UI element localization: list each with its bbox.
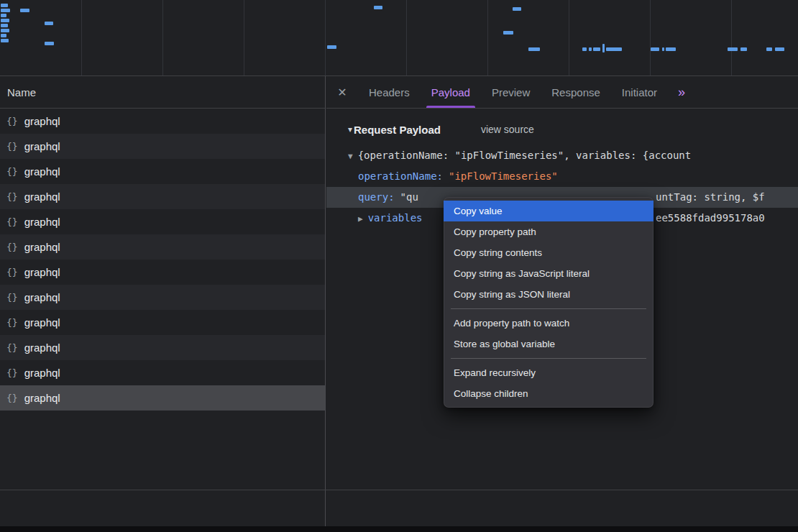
json-icon: {} bbox=[6, 317, 18, 328]
json-icon: {} bbox=[6, 216, 18, 227]
request-timing-bar bbox=[766, 47, 772, 51]
json-icon: {} bbox=[6, 242, 18, 252]
request-timing-bar bbox=[1, 4, 8, 7]
request-name: graphql bbox=[24, 266, 60, 278]
request-row[interactable]: {}graphql bbox=[0, 134, 325, 159]
tab-preview[interactable]: Preview bbox=[481, 76, 541, 108]
request-timing-bar bbox=[20, 9, 29, 12]
request-timing-bar bbox=[593, 47, 600, 51]
timeline-gridline bbox=[406, 0, 407, 75]
request-timing-bar bbox=[45, 22, 53, 25]
request-row[interactable]: {}graphql bbox=[0, 385, 325, 411]
timeline-gridline bbox=[81, 0, 82, 75]
tab-response[interactable]: Response bbox=[541, 76, 611, 108]
request-name: graphql bbox=[24, 316, 60, 329]
json-icon: {} bbox=[6, 367, 18, 378]
network-overview-timeline[interactable] bbox=[0, 0, 798, 76]
tree-root-line[interactable]: ▼{operationName: "ipFlowTimeseries", var… bbox=[326, 145, 798, 166]
view-source-link[interactable]: view source bbox=[481, 124, 534, 135]
property-value-left: "qu bbox=[400, 191, 418, 203]
timeline-gridline bbox=[325, 0, 326, 75]
request-name: graphql bbox=[24, 115, 60, 127]
timeline-gridline bbox=[244, 0, 244, 75]
request-timing-bar bbox=[374, 6, 382, 9]
expander-closed-icon[interactable]: ▶ bbox=[358, 208, 363, 229]
json-icon: {} bbox=[6, 393, 18, 403]
menu-item-store-as-global-variable[interactable]: Store as global variable bbox=[444, 334, 653, 354]
request-payload-section-header[interactable]: ▾ Request Payload view source bbox=[326, 118, 798, 141]
request-row[interactable]: {}graphql bbox=[0, 159, 325, 184]
window-bottom-edge bbox=[0, 526, 798, 532]
json-icon: {} bbox=[6, 342, 18, 353]
menu-item-copy-value[interactable]: Copy value bbox=[444, 201, 653, 221]
request-timing-bar bbox=[1, 39, 9, 42]
request-timing-bar bbox=[775, 47, 784, 51]
tab-initiator[interactable]: Initiator bbox=[611, 76, 668, 108]
request-row[interactable]: {}graphql bbox=[0, 234, 325, 260]
request-row[interactable]: {}graphql bbox=[0, 260, 325, 285]
more-tabs-icon[interactable]: » bbox=[678, 85, 685, 100]
request-timing-bar bbox=[582, 47, 587, 51]
request-name: graphql bbox=[24, 165, 60, 178]
menu-item-expand-recursively[interactable]: Expand recursively bbox=[444, 362, 653, 383]
request-timing-bar bbox=[728, 47, 738, 51]
menu-item-add-property-path-to-watch[interactable]: Add property path to watch bbox=[444, 313, 653, 334]
request-timing-bar bbox=[740, 47, 747, 51]
devtools-network-panel: Name {}graphql{}graphql{}graphql{}graphq… bbox=[0, 0, 798, 532]
column-header-name: Name bbox=[0, 76, 325, 109]
column-header-name-label: Name bbox=[7, 86, 36, 98]
request-timing-bar bbox=[1, 29, 9, 32]
request-row[interactable]: {}graphql bbox=[0, 360, 325, 385]
property-key: query: bbox=[358, 191, 395, 203]
request-row[interactable]: {}graphql bbox=[0, 285, 325, 310]
menu-item-collapse-children[interactable]: Collapse children bbox=[444, 383, 653, 404]
property-value-right: untTag: string, $f bbox=[656, 187, 765, 208]
menu-separator bbox=[451, 308, 646, 309]
request-timing-bar bbox=[651, 47, 659, 51]
timeline-gridline bbox=[162, 0, 163, 75]
request-row[interactable]: {}graphql bbox=[0, 310, 325, 335]
json-icon: {} bbox=[6, 292, 18, 303]
request-name: graphql bbox=[24, 341, 60, 354]
section-expander-icon[interactable]: ▾ bbox=[348, 124, 352, 134]
menu-item-copy-string-contents[interactable]: Copy string contents bbox=[444, 242, 653, 263]
json-icon: {} bbox=[6, 191, 18, 202]
request-name: graphql bbox=[24, 392, 60, 404]
timeline-gridline bbox=[569, 0, 569, 75]
tree-line-operationname[interactable]: operationName:"ipFlowTimeseries" bbox=[326, 166, 798, 187]
tab-payload[interactable]: Payload bbox=[421, 76, 481, 108]
property-key: variables bbox=[368, 212, 423, 224]
payload-preview-text: {operationName: "ipFlowTimeseries", vari… bbox=[358, 150, 692, 161]
request-timing-bar bbox=[662, 47, 664, 51]
request-name: graphql bbox=[24, 367, 60, 379]
request-name: graphql bbox=[24, 241, 60, 253]
request-name: graphql bbox=[24, 291, 60, 303]
request-row[interactable]: {}graphql bbox=[0, 109, 325, 134]
property-key: operationName: bbox=[358, 170, 443, 182]
expander-open-icon[interactable]: ▼ bbox=[348, 146, 353, 166]
request-timing-bar bbox=[1, 14, 6, 17]
menu-item-copy-string-as-javascript-literal[interactable]: Copy string as JavaScript literal bbox=[444, 263, 653, 284]
tab-headers[interactable]: Headers bbox=[358, 76, 421, 108]
request-timing-bar bbox=[602, 44, 605, 52]
timeline-gridline bbox=[731, 0, 732, 75]
property-value: "ipFlowTimeseries" bbox=[449, 170, 558, 182]
menu-item-copy-property-path[interactable]: Copy property path bbox=[444, 221, 653, 242]
close-icon[interactable]: ✕ bbox=[326, 86, 358, 99]
property-value-right: ee5588fdad995178a0 bbox=[656, 208, 765, 229]
request-timing-bar bbox=[45, 42, 54, 45]
request-timing-bar bbox=[503, 31, 513, 35]
menu-item-copy-string-as-json-literal[interactable]: Copy string as JSON literal bbox=[444, 284, 653, 305]
request-timing-bar bbox=[1, 24, 8, 27]
tab-strip: HeadersPayloadPreviewResponseInitiator bbox=[358, 76, 668, 108]
json-icon: {} bbox=[6, 116, 18, 127]
request-row[interactable]: {}graphql bbox=[0, 335, 325, 360]
request-timing-bar bbox=[666, 47, 676, 51]
request-timing-bar bbox=[1, 19, 9, 22]
request-list: {}graphql{}graphql{}graphql{}graphql{}gr… bbox=[0, 109, 325, 411]
request-row[interactable]: {}graphql bbox=[0, 209, 325, 234]
request-row[interactable]: {}graphql bbox=[0, 184, 325, 209]
request-name: graphql bbox=[24, 191, 60, 203]
timeline-gridline bbox=[487, 0, 488, 75]
request-name: graphql bbox=[24, 216, 60, 228]
